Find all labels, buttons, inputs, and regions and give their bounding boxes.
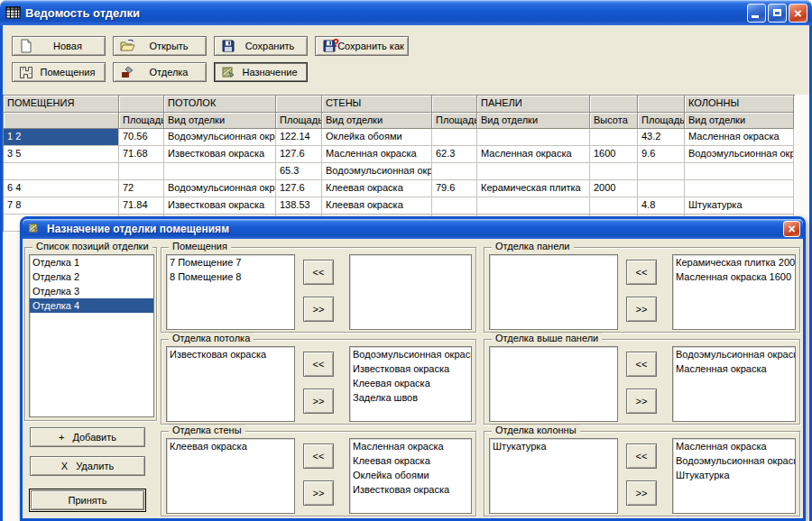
table-cell[interactable] — [590, 129, 638, 146]
table-cell[interactable]: Клеевая окраска — [322, 180, 432, 197]
wall-available-list[interactable]: Масленная окраскаКлеевая окраскаОклейка … — [349, 438, 472, 514]
minimize-button[interactable] — [747, 4, 766, 23]
table-cell[interactable]: Клеевая окраска — [322, 197, 432, 215]
move-right-button[interactable]: >> — [303, 297, 334, 322]
table-cell[interactable] — [432, 163, 477, 180]
table-cell[interactable]: 4.8 — [638, 197, 685, 215]
table-cell[interactable] — [119, 163, 164, 180]
table-cell[interactable]: Керамическая плитка — [477, 180, 590, 197]
table-cell[interactable]: Известковая окраска — [164, 197, 276, 215]
list-item[interactable]: Отделка 3 — [30, 284, 153, 298]
table-cell[interactable]: Известковая окраска — [164, 146, 276, 163]
save-button[interactable]: Сохранить — [214, 36, 308, 56]
wall-assigned-list[interactable]: Клеевая окраска — [166, 438, 295, 514]
table-cell[interactable]: Оклейка обоями — [322, 129, 432, 146]
move-left-button[interactable]: << — [626, 443, 657, 469]
list-item[interactable]: Оклейка обоями — [350, 468, 471, 482]
list-item[interactable]: 8 Помещение 8 — [167, 270, 294, 284]
open-button[interactable]: Открыть — [113, 36, 207, 56]
list-item[interactable]: Клеевая окраска — [350, 453, 471, 468]
list-item[interactable]: Отделка 4 — [30, 298, 153, 313]
table-cell[interactable]: 7 8 — [4, 197, 119, 215]
move-left-button[interactable]: << — [303, 443, 334, 469]
table-cell[interactable]: 71.84 — [119, 197, 164, 215]
list-item[interactable]: Известковая окраска — [167, 347, 294, 361]
move-left-button[interactable]: << — [303, 260, 334, 285]
table-cell[interactable]: 9.6 — [638, 146, 685, 163]
list-item[interactable]: Масленная окраска 1600 — [673, 270, 795, 284]
finish-button[interactable]: Отделка — [113, 62, 207, 82]
save-as-button[interactable]: ? Сохранить как — [315, 36, 409, 56]
table-cell[interactable] — [432, 129, 477, 146]
table-cell[interactable]: 62.3 — [432, 146, 477, 163]
table-cell[interactable]: Масленная окраска — [322, 146, 432, 163]
table-cell[interactable]: Водоэмульсионная окраска — [164, 129, 276, 146]
rooms-button[interactable]: Помещения — [12, 62, 106, 82]
dialog-close-button[interactable]: × — [783, 221, 800, 237]
table-cell[interactable]: 3 5 — [4, 146, 119, 163]
table-cell[interactable]: 2000 — [590, 180, 638, 197]
table-cell[interactable] — [638, 180, 685, 197]
table-cell[interactable] — [4, 163, 119, 180]
column-available-list[interactable]: Масленная окраскаВодоэмульсионная окраск… — [672, 438, 796, 514]
column-assigned-list[interactable]: Штукатурка — [489, 438, 618, 514]
table-cell[interactable]: 1 2 — [4, 129, 119, 146]
new-button[interactable]: Новая — [12, 36, 106, 56]
rooms-available-list[interactable] — [349, 254, 472, 330]
list-item[interactable]: Масленная окраска — [673, 439, 795, 453]
table-cell[interactable] — [590, 163, 638, 180]
table-cell[interactable] — [685, 163, 794, 180]
table-cell[interactable] — [432, 197, 477, 215]
list-item[interactable]: Керамическая плитка 2000 — [673, 255, 795, 270]
list-item[interactable]: Штукатурка — [673, 468, 795, 482]
table-cell[interactable] — [638, 163, 685, 180]
accept-button[interactable]: Принять — [31, 490, 144, 510]
table-cell[interactable]: Масленная окраска — [685, 129, 794, 146]
list-item[interactable]: Водоэмульсионная окраска — [673, 453, 795, 468]
list-item[interactable]: 7 Помещение 7 — [167, 255, 294, 270]
table-cell[interactable] — [477, 197, 590, 215]
list-item[interactable]: Масленная окраска — [673, 361, 795, 376]
rooms-assigned-list[interactable]: 7 Помещение 78 Помещение 8 — [166, 254, 295, 330]
table-cell[interactable] — [590, 197, 638, 215]
list-item[interactable]: Штукатурка — [490, 439, 617, 453]
list-item[interactable]: Заделка швов — [350, 390, 471, 405]
move-left-button[interactable]: << — [626, 352, 657, 377]
table-cell[interactable]: Водоэмульсионная окраска — [164, 180, 276, 197]
move-right-button[interactable]: >> — [626, 297, 657, 322]
move-right-button[interactable]: >> — [626, 480, 657, 506]
table-cell[interactable]: 122.14 — [276, 129, 322, 146]
table-cell[interactable] — [477, 163, 590, 180]
table-cell[interactable]: 65.3 — [276, 163, 322, 180]
table-cell[interactable]: 127.6 — [276, 180, 322, 197]
table-cell[interactable]: 138.53 — [276, 197, 322, 215]
move-right-button[interactable]: >> — [303, 480, 334, 506]
maximize-button[interactable] — [768, 4, 787, 23]
close-button[interactable]: × — [789, 4, 807, 23]
list-item[interactable]: Водоэмульсионная окраска — [673, 347, 795, 361]
list-item[interactable]: Клеевая окраска — [350, 376, 471, 390]
table-cell[interactable] — [164, 163, 276, 180]
move-right-button[interactable]: >> — [626, 388, 657, 414]
ceiling-assigned-list[interactable]: Известковая окраска — [166, 346, 295, 422]
table-cell[interactable]: 79.6 — [432, 180, 477, 197]
list-item[interactable]: Масленная окраска — [350, 439, 471, 453]
panel-assigned-list[interactable] — [489, 254, 618, 330]
above-panel-assigned-list[interactable] — [489, 346, 618, 422]
list-item[interactable]: Водоэмульсионная окраска — [350, 347, 471, 361]
table-cell[interactable]: Водоэмульсионная окраска — [322, 163, 432, 180]
table-cell[interactable]: Масленная окраска — [477, 146, 590, 163]
move-left-button[interactable]: << — [626, 260, 657, 285]
list-item[interactable]: Клеевая окраска — [167, 439, 294, 453]
delete-button[interactable]: X Удалить — [30, 456, 145, 476]
table-cell[interactable] — [477, 129, 590, 146]
table-cell[interactable]: 71.68 — [119, 146, 164, 163]
table-cell[interactable]: Водоэмульсионная окраска — [685, 146, 794, 163]
list-item[interactable]: Отделка 2 — [30, 270, 153, 284]
table-cell[interactable]: 127.6 — [276, 146, 322, 163]
table-cell[interactable]: 6 4 — [4, 180, 119, 197]
table-cell[interactable] — [685, 180, 794, 197]
ceiling-available-list[interactable]: Водоэмульсионная окраскаИзвестковая окра… — [349, 346, 472, 422]
assignment-button[interactable]: Назначение — [214, 62, 308, 82]
finish-positions-list[interactable]: Отделка 1Отделка 2Отделка 3Отделка 4 — [29, 254, 154, 417]
